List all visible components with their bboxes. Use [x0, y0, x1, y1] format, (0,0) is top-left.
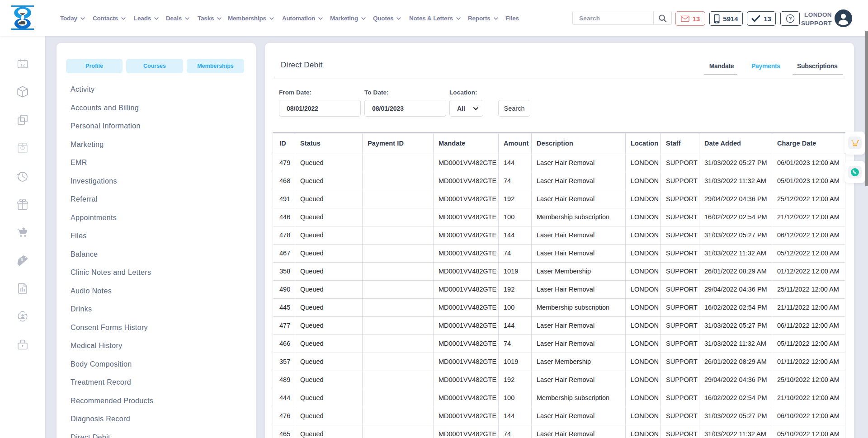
svg-text:12: 12 [20, 62, 25, 67]
svg-text:?: ? [788, 16, 792, 21]
